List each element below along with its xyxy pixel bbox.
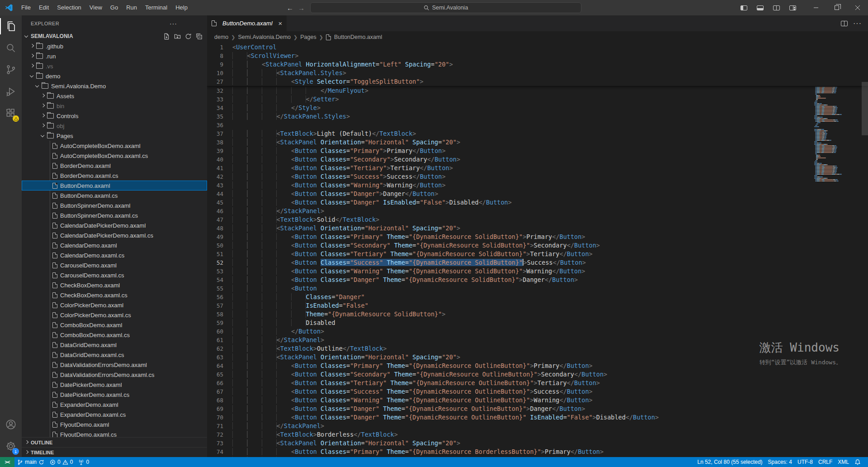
file-item-datavalidationerrorsdemo.axaml.cs[interactable]: DataValidationErrorsDemo.axaml.cs: [22, 370, 207, 380]
new-file-icon[interactable]: [162, 32, 171, 41]
code-line-60[interactable]: 60 </Button>: [207, 327, 868, 336]
remote-indicator[interactable]: ><: [0, 457, 14, 467]
file-item-expanderdemo.axaml.cs[interactable]: ExpanderDemo.axaml.cs: [22, 410, 207, 419]
folder-item-semi.avalonia.demo[interactable]: Semi.Avalonia.Demo: [22, 81, 207, 91]
menu-file[interactable]: File: [17, 2, 35, 13]
explorer-more-actions-icon[interactable]: ···: [170, 20, 177, 27]
encoding-item[interactable]: UTF-8: [795, 457, 816, 467]
file-item-flyoutdemo.axaml.cs[interactable]: FlyoutDemo.axaml.cs: [22, 429, 207, 437]
breadcrumb-item[interactable]: ButtonDemo.axaml: [326, 34, 382, 40]
code-line-35[interactable]: 35 </StackPanel.Styles>: [207, 112, 868, 121]
code-line-52[interactable]: 52 <Button Classes="Success" Theme="{Dyn…: [207, 258, 868, 267]
menu-edit[interactable]: Edit: [35, 2, 53, 13]
folder-item-.run[interactable]: .run: [22, 51, 207, 61]
code-line-40[interactable]: 40 <Button Classes="Secondary">Secondary…: [207, 155, 868, 164]
search-activity-icon[interactable]: [0, 37, 22, 59]
file-item-calendardatepickerdemo.axaml.cs[interactable]: CalendarDatePickerDemo.axaml.cs: [22, 230, 207, 240]
file-item-datepickerdemo.axaml.cs[interactable]: DatePickerDemo.axaml.cs: [22, 390, 207, 400]
explorer-icon[interactable]: [0, 15, 22, 37]
breadcrumb-item[interactable]: Semi.Avalonia.Demo: [238, 34, 291, 40]
menu-go[interactable]: Go: [106, 2, 122, 13]
code-line-33[interactable]: 33 </Setter>: [207, 95, 868, 104]
code-line-37[interactable]: 37 <TextBlock>Light (Default)</TextBlock…: [207, 129, 868, 138]
file-item-calendardemo.axaml.cs[interactable]: CalendarDemo.axaml.cs: [22, 250, 207, 260]
file-item-carouseldemo.axaml[interactable]: CarouselDemo.axaml: [22, 260, 207, 270]
history-forward-icon[interactable]: →: [298, 4, 305, 12]
toggle-sidebar-icon[interactable]: [737, 2, 750, 14]
code-line-46[interactable]: 46 </StackPanel>: [207, 207, 868, 215]
code-line-74[interactable]: 74 <Button Classes="Primary" Theme="{Dyn…: [207, 448, 868, 456]
code-line-67[interactable]: 67 <Button Classes="Success" Theme="{Dyn…: [207, 387, 868, 396]
file-item-comboboxdemo.axaml.cs[interactable]: ComboBoxDemo.axaml.cs: [22, 330, 207, 340]
file-item-flyoutdemo.axaml[interactable]: FlyoutDemo.axaml: [22, 419, 207, 429]
code-line-69[interactable]: 69 <Button Classes="Danger" Theme="{Dyna…: [207, 405, 868, 413]
code-line-41[interactable]: 41 <Button Classes="Tertiary">Tertiary</…: [207, 164, 868, 172]
split-editor-icon[interactable]: [841, 21, 848, 26]
menu-terminal[interactable]: Terminal: [141, 2, 171, 13]
indentation-item[interactable]: Spaces: 4: [765, 457, 795, 467]
code-line-68[interactable]: 68 <Button Classes="Warning" Theme="{Dyn…: [207, 396, 868, 405]
code-line-27[interactable]: 27 <Style Selector="ToggleSplitButton">: [207, 77, 868, 86]
close-button[interactable]: [847, 0, 868, 15]
timeline-section-header[interactable]: TIMELINE: [22, 447, 207, 457]
file-item-buttonspinnerdemo.axaml[interactable]: ButtonSpinnerDemo.axaml: [22, 200, 207, 210]
file-item-buttonspinnerdemo.axaml.cs[interactable]: ButtonSpinnerDemo.axaml.cs: [22, 210, 207, 220]
menu-run[interactable]: Run: [122, 2, 141, 13]
code-line-75[interactable]: 75 <Button Classes="Secondary" Theme="{D…: [207, 456, 868, 457]
ports-item[interactable]: 0: [75, 457, 92, 467]
file-item-expanderdemo.axaml[interactable]: ExpanderDemo.axaml: [22, 400, 207, 410]
code-line-66[interactable]: 66 <Button Classes="Tertiary" Theme="{Dy…: [207, 379, 868, 387]
code-line-36[interactable]: 36: [207, 121, 868, 129]
folder-item-.vs[interactable]: .vs: [22, 61, 207, 71]
file-item-buttondemo.axaml.cs[interactable]: ButtonDemo.axaml.cs: [22, 191, 207, 200]
run-debug-icon[interactable]: [0, 81, 22, 102]
customize-layout-icon[interactable]: [786, 2, 799, 14]
folder-item-.github[interactable]: .github: [22, 41, 207, 51]
folder-item-controls[interactable]: Controls: [22, 111, 207, 121]
file-item-datavalidationerrorsdemo.axaml[interactable]: DataValidationErrorsDemo.axaml: [22, 360, 207, 370]
breadcrumb-item[interactable]: Pages: [300, 34, 316, 40]
code-line-49[interactable]: 49 <Button Classes="Primary" Theme="{Dyn…: [207, 233, 868, 241]
file-item-datagriddemo.axaml.cs[interactable]: DataGridDemo.axaml.cs: [22, 350, 207, 360]
code-line-42[interactable]: 42 <Button Classes="Success">Success</Bu…: [207, 172, 868, 181]
source-control-icon[interactable]: [0, 59, 22, 81]
code-line-51[interactable]: 51 <Button Classes="Tertiary" Theme="{Dy…: [207, 250, 868, 258]
menu-selection[interactable]: Selection: [53, 2, 85, 13]
breadcrumb-item[interactable]: demo: [214, 34, 228, 40]
code-line-53[interactable]: 53 <Button Classes="Warning" Theme="{Dyn…: [207, 267, 868, 276]
code-line-45[interactable]: 45 <Button Classes="Danger" IsEnabled="F…: [207, 198, 868, 207]
code-line-59[interactable]: 59 Disabled: [207, 319, 868, 327]
code-line-57[interactable]: 57 IsEnabled="False": [207, 301, 868, 310]
code-line-55[interactable]: 55 <Button: [207, 284, 868, 293]
code-line-73[interactable]: 73 <StackPanel Orientation="Horizontal" …: [207, 439, 868, 448]
outline-section-header[interactable]: OUTLINE: [22, 437, 207, 447]
code-line-34[interactable]: 34 </Style>: [207, 104, 868, 112]
tab-buttondemo[interactable]: ButtonDemo.axaml ×: [207, 15, 287, 31]
folder-item-bin[interactable]: bin: [22, 101, 207, 111]
file-item-autocompleteboxdemo.axaml[interactable]: AutoCompleteBoxDemo.axaml: [22, 141, 207, 151]
eol-item[interactable]: CRLF: [816, 457, 835, 467]
file-item-comboboxdemo.axaml[interactable]: ComboBoxDemo.axaml: [22, 320, 207, 330]
file-item-checkboxdemo.axaml[interactable]: CheckBoxDemo.axaml: [22, 280, 207, 290]
folder-item-assets[interactable]: Assets: [22, 91, 207, 101]
file-item-checkboxdemo.axaml.cs[interactable]: CheckBoxDemo.axaml.cs: [22, 290, 207, 300]
notifications-bell-icon[interactable]: [852, 457, 863, 467]
menu-help[interactable]: Help: [171, 2, 192, 13]
code-line-39[interactable]: 39 <Button Classes="Primary">Primary</Bu…: [207, 147, 868, 155]
file-item-borderdemo.axaml.cs[interactable]: BorderDemo.axaml.cs: [22, 171, 207, 181]
code-line-38[interactable]: 38 <StackPanel Orientation="Horizontal" …: [207, 138, 868, 147]
account-icon[interactable]: [0, 414, 22, 435]
restore-button[interactable]: [826, 0, 847, 15]
code-line-56[interactable]: 56 Classes="Danger": [207, 293, 868, 301]
code-line-48[interactable]: 48 <StackPanel Orientation="Horizontal" …: [207, 224, 868, 233]
code-line-8[interactable]: 8 <ScrollViewer>: [207, 52, 868, 60]
folder-item-demo[interactable]: demo: [22, 71, 207, 81]
git-branch-item[interactable]: main: [14, 457, 47, 467]
code-line-65[interactable]: 65 <Button Classes="Secondary" Theme="{D…: [207, 370, 868, 379]
minimize-button[interactable]: [806, 0, 826, 15]
refresh-icon[interactable]: [184, 32, 193, 41]
workspace-root-row[interactable]: SEMI.AVALONIA: [22, 31, 207, 41]
code-line-44[interactable]: 44 <Button Classes="Danger">Danger</Butt…: [207, 190, 868, 198]
file-item-carouseldemo.axaml.cs[interactable]: CarouselDemo.axaml.cs: [22, 270, 207, 280]
file-item-buttondemo.axaml[interactable]: ButtonDemo.axaml: [22, 181, 207, 191]
